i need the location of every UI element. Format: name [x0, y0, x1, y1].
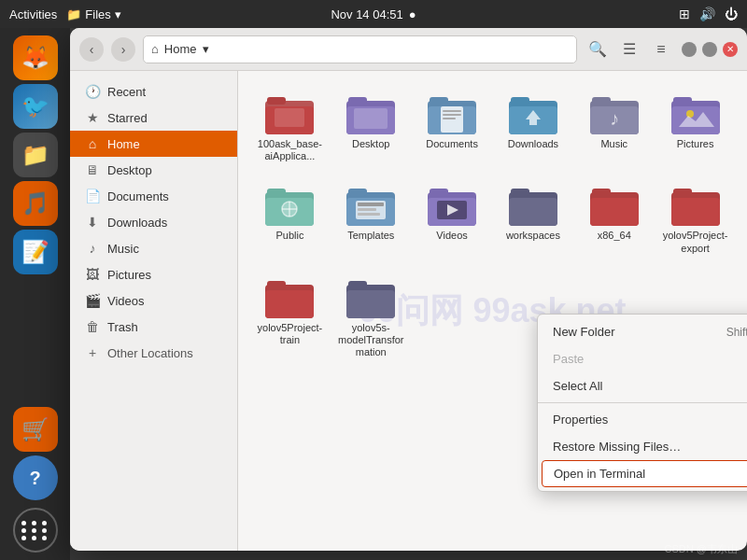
- dock: 🦊 🐦 📁 🎵 📝 🛒 ?: [0, 28, 70, 560]
- file-item[interactable]: x86_64: [577, 177, 651, 261]
- context-new-folder[interactable]: New Folder Shift+Ctrl+N: [538, 318, 747, 345]
- folder-icon-music: ♪: [590, 93, 639, 134]
- files-icon: 📁: [21, 142, 49, 168]
- file-area[interactable]: 99问网 99ask.net 100ask_base-aiApplica... …: [238, 71, 747, 551]
- new-folder-label: New Folder: [553, 325, 614, 339]
- svg-rect-52: [592, 189, 611, 196]
- file-item[interactable]: Videos: [416, 177, 489, 261]
- file-item[interactable]: Documents: [416, 86, 489, 170]
- sidebar-item-desktop[interactable]: 🖥 Desktop: [70, 157, 237, 183]
- file-manager-window: ‹ › ⌂ Home ▾ 🔍 ☰ ≡ ✕ 🕐 Recent ★ Sta: [70, 28, 747, 551]
- dock-files[interactable]: 📁: [13, 133, 58, 177]
- dock-audio[interactable]: 🎵: [13, 181, 58, 226]
- file-item[interactable]: yolov5Project-export: [658, 177, 732, 261]
- file-label: x86_64: [598, 230, 631, 242]
- svg-text:♪: ♪: [610, 108, 619, 129]
- dock-thunderbird[interactable]: 🐦: [13, 84, 58, 129]
- file-item[interactable]: ♪ Music: [577, 86, 651, 170]
- svg-point-27: [686, 110, 694, 118]
- forward-button[interactable]: ›: [111, 37, 135, 62]
- sidebar-item-documents[interactable]: 📄 Documents: [70, 183, 237, 209]
- music-icon: ♪: [85, 241, 100, 256]
- context-properties[interactable]: Properties: [538, 406, 747, 433]
- file-item[interactable]: Pictures: [658, 86, 732, 170]
- window-controls: ✕: [682, 42, 738, 57]
- select-all-label: Select All: [553, 379, 602, 393]
- search-button[interactable]: 🔍: [585, 36, 611, 63]
- sidebar-item-trash[interactable]: 🗑 Trash: [70, 314, 237, 340]
- svg-rect-57: [265, 290, 314, 318]
- file-label: Videos: [436, 230, 467, 242]
- file-item[interactable]: workspaces: [497, 177, 571, 261]
- videos-icon: 🎬: [85, 293, 100, 308]
- svg-rect-7: [348, 97, 367, 105]
- activities-button[interactable]: Activities: [9, 7, 57, 21]
- desktop-icon: 🖥: [85, 162, 100, 177]
- sidebar-item-recent[interactable]: 🕐 Recent: [70, 78, 237, 105]
- file-label: yolov5Project-export: [662, 230, 728, 254]
- svg-rect-55: [673, 189, 692, 196]
- view-button[interactable]: ☰: [616, 36, 642, 63]
- file-item[interactable]: Downloads: [497, 86, 571, 170]
- location-bar[interactable]: ⌂ Home ▾: [143, 35, 577, 63]
- add-icon: +: [85, 345, 100, 360]
- file-item[interactable]: yolov5s-modelTransformation: [334, 270, 408, 367]
- dock-firefox[interactable]: 🦊: [13, 35, 58, 80]
- sidebar-item-home[interactable]: ⌂ Home: [70, 131, 237, 157]
- menu-button[interactable]: ≡: [648, 36, 674, 63]
- folder-icon-desktop: [346, 93, 395, 134]
- context-restore-missing[interactable]: Restore Missing Files…: [538, 433, 747, 460]
- maximize-button[interactable]: [702, 42, 717, 57]
- sidebar-item-starred[interactable]: ★ Starred: [70, 105, 237, 131]
- dot-indicator: ●: [409, 7, 416, 21]
- file-item[interactable]: Templates: [334, 177, 408, 261]
- files-menu[interactable]: 📁 Files ▾: [66, 7, 120, 21]
- sidebar-item-other-locations[interactable]: + Other Locations: [70, 340, 237, 366]
- file-label: Desktop: [352, 138, 389, 150]
- pictures-icon: 🖼: [85, 267, 100, 282]
- sidebar-item-music[interactable]: ♪ Music: [70, 235, 237, 261]
- svg-rect-15: [443, 118, 456, 119]
- topbar-right: ⊞ 🔊 ⏻: [679, 7, 738, 21]
- help-icon: ?: [29, 468, 40, 489]
- home-icon: ⌂: [151, 42, 159, 56]
- topbar-center: Nov 14 04:51 ●: [331, 7, 416, 21]
- topbar-left: Activities 📁 Files ▾: [9, 7, 121, 21]
- svg-rect-31: [267, 189, 286, 196]
- appstore-icon: 🛒: [21, 416, 49, 442]
- minimize-button[interactable]: [682, 42, 697, 57]
- file-item[interactable]: yolov5Project-train: [253, 270, 327, 367]
- svg-rect-18: [511, 97, 529, 105]
- trash-icon: 🗑: [85, 319, 100, 334]
- back-button[interactable]: ‹: [79, 37, 104, 62]
- folder-icon-public: [265, 185, 314, 226]
- audio-icon: 🎵: [21, 190, 49, 217]
- close-button[interactable]: ✕: [723, 42, 738, 57]
- file-item[interactable]: Desktop: [334, 86, 408, 170]
- dock-writer[interactable]: 📝: [13, 230, 58, 274]
- thunderbird-icon: 🐦: [21, 93, 49, 119]
- sidebar-item-videos[interactable]: 🎬 Videos: [70, 287, 237, 314]
- open-terminal-label: Open in Terminal: [554, 467, 645, 481]
- folder-icon-documents: [428, 93, 476, 134]
- bottom-credit: CSDN @韦东山: [665, 542, 738, 556]
- file-item[interactable]: Public: [253, 177, 327, 261]
- context-select-all[interactable]: Select All Ctrl+A: [538, 372, 747, 399]
- sidebar-label-home: Home: [107, 137, 140, 151]
- svg-rect-40: [358, 208, 376, 211]
- dock-appstore[interactable]: 🛒: [13, 407, 58, 452]
- folder-icon-templates: [346, 185, 395, 226]
- svg-rect-26: [673, 97, 692, 105]
- file-item[interactable]: 100ask_base-aiApplica...: [253, 86, 327, 170]
- folder-icon-100ask: [265, 93, 314, 134]
- restore-missing-label: Restore Missing Files…: [553, 440, 681, 454]
- context-open-terminal[interactable]: Open in Terminal: [542, 460, 747, 487]
- sidebar-item-pictures[interactable]: 🖼 Pictures: [70, 261, 237, 287]
- dock-help[interactable]: ?: [13, 455, 58, 500]
- svg-rect-49: [511, 189, 529, 196]
- svg-rect-37: [348, 189, 367, 196]
- files-label: Files: [85, 7, 110, 21]
- window-toolbar: ‹ › ⌂ Home ▾ 🔍 ☰ ≡ ✕: [70, 28, 747, 71]
- sidebar-item-downloads[interactable]: ⬇ Downloads: [70, 209, 237, 235]
- dock-app-grid[interactable]: [13, 508, 58, 553]
